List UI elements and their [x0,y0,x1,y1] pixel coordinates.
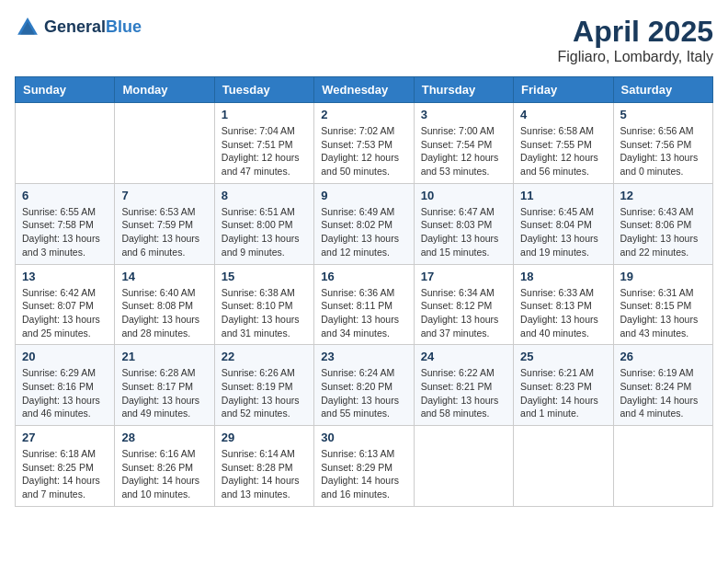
day-info: Sunrise: 6:18 AMSunset: 8:25 PMDaylight:… [22,447,108,501]
day-number: 29 [222,431,307,444]
day-info: Sunrise: 6:58 AMSunset: 7:55 PMDaylight:… [520,124,606,178]
calendar-cell: 4Sunrise: 6:58 AMSunset: 7:55 PMDaylight… [514,103,613,184]
day-info: Sunrise: 6:13 AMSunset: 8:29 PMDaylight:… [321,447,406,501]
day-info: Sunrise: 6:36 AMSunset: 8:11 PMDaylight:… [321,286,406,340]
day-info: Sunrise: 7:04 AMSunset: 7:51 PMDaylight:… [222,124,307,178]
day-number: 6 [22,189,108,202]
logo: GeneralBlue [15,15,142,40]
calendar-cell: 29Sunrise: 6:14 AMSunset: 8:28 PMDayligh… [214,426,313,507]
day-number: 20 [22,350,108,363]
calendar-week-row: 1Sunrise: 7:04 AMSunset: 7:51 PMDaylight… [16,103,713,184]
day-of-week-header: Wednesday [314,77,414,103]
logo-icon [15,15,40,40]
day-of-week-header: Tuesday [214,77,313,103]
calendar-cell: 10Sunrise: 6:47 AMSunset: 8:03 PMDayligh… [414,183,513,264]
calendar-cell: 8Sunrise: 6:51 AMSunset: 8:00 PMDaylight… [214,183,313,264]
calendar-cell: 1Sunrise: 7:04 AMSunset: 7:51 PMDaylight… [214,103,313,184]
day-number: 2 [321,108,406,121]
calendar-cell: 24Sunrise: 6:22 AMSunset: 8:21 PMDayligh… [414,345,513,426]
logo-general: General [44,17,106,36]
day-number: 18 [520,270,606,283]
calendar-cell: 23Sunrise: 6:24 AMSunset: 8:20 PMDayligh… [314,345,414,426]
day-info: Sunrise: 6:38 AMSunset: 8:10 PMDaylight:… [222,286,307,340]
day-of-week-header: Monday [115,77,214,103]
day-info: Sunrise: 6:16 AMSunset: 8:26 PMDaylight:… [121,447,207,501]
calendar-cell [613,426,712,507]
day-info: Sunrise: 6:43 AMSunset: 8:06 PMDaylight:… [620,205,706,259]
calendar-table: SundayMondayTuesdayWednesdayThursdayFrid… [15,76,713,507]
day-info: Sunrise: 6:22 AMSunset: 8:21 PMDaylight:… [421,366,506,420]
day-number: 1 [222,108,307,121]
day-info: Sunrise: 6:55 AMSunset: 7:58 PMDaylight:… [22,205,108,259]
day-info: Sunrise: 6:45 AMSunset: 8:04 PMDaylight:… [520,205,606,259]
day-number: 7 [121,189,207,202]
day-of-week-header: Thursday [414,77,513,103]
calendar-cell: 22Sunrise: 6:26 AMSunset: 8:19 PMDayligh… [214,345,313,426]
calendar-cell: 30Sunrise: 6:13 AMSunset: 8:29 PMDayligh… [314,426,414,507]
day-number: 15 [222,270,307,283]
location-title: Figliaro, Lombardy, Italy [557,49,713,65]
day-info: Sunrise: 6:49 AMSunset: 8:02 PMDaylight:… [321,205,406,259]
calendar-cell [115,103,214,184]
day-number: 22 [222,350,307,363]
calendar-cell: 20Sunrise: 6:29 AMSunset: 8:16 PMDayligh… [16,345,115,426]
day-info: Sunrise: 6:26 AMSunset: 8:19 PMDaylight:… [222,366,307,420]
day-number: 16 [321,270,406,283]
logo-blue: Blue [106,17,142,36]
day-number: 3 [421,108,506,121]
calendar-cell: 2Sunrise: 7:02 AMSunset: 7:53 PMDaylight… [314,103,414,184]
day-info: Sunrise: 6:14 AMSunset: 8:28 PMDaylight:… [222,447,307,501]
calendar-cell: 15Sunrise: 6:38 AMSunset: 8:10 PMDayligh… [214,264,313,345]
day-number: 4 [520,108,606,121]
calendar-cell: 3Sunrise: 7:00 AMSunset: 7:54 PMDaylight… [414,103,513,184]
day-number: 8 [222,189,307,202]
day-info: Sunrise: 7:00 AMSunset: 7:54 PMDaylight:… [421,124,506,178]
calendar-cell: 6Sunrise: 6:55 AMSunset: 7:58 PMDaylight… [16,183,115,264]
calendar-header-row: SundayMondayTuesdayWednesdayThursdayFrid… [16,77,713,103]
day-info: Sunrise: 6:42 AMSunset: 8:07 PMDaylight:… [22,286,108,340]
calendar-cell: 14Sunrise: 6:40 AMSunset: 8:08 PMDayligh… [115,264,214,345]
day-info: Sunrise: 6:47 AMSunset: 8:03 PMDaylight:… [421,205,506,259]
calendar-week-row: 20Sunrise: 6:29 AMSunset: 8:16 PMDayligh… [16,345,713,426]
calendar-cell: 13Sunrise: 6:42 AMSunset: 8:07 PMDayligh… [16,264,115,345]
day-info: Sunrise: 6:28 AMSunset: 8:17 PMDaylight:… [121,366,207,420]
day-number: 21 [121,350,207,363]
calendar-week-row: 6Sunrise: 6:55 AMSunset: 7:58 PMDaylight… [16,183,713,264]
day-number: 23 [321,350,406,363]
calendar-cell [16,103,115,184]
page-header: GeneralBlue April 2025 Figliaro, Lombard… [15,15,713,65]
day-info: Sunrise: 6:33 AMSunset: 8:13 PMDaylight:… [520,286,606,340]
calendar-cell: 16Sunrise: 6:36 AMSunset: 8:11 PMDayligh… [314,264,414,345]
calendar-cell: 11Sunrise: 6:45 AMSunset: 8:04 PMDayligh… [514,183,613,264]
day-number: 5 [620,108,706,121]
day-number: 11 [520,189,606,202]
day-info: Sunrise: 6:53 AMSunset: 7:59 PMDaylight:… [121,205,207,259]
calendar-week-row: 13Sunrise: 6:42 AMSunset: 8:07 PMDayligh… [16,264,713,345]
calendar-cell: 7Sunrise: 6:53 AMSunset: 7:59 PMDaylight… [115,183,214,264]
day-info: Sunrise: 6:24 AMSunset: 8:20 PMDaylight:… [321,366,406,420]
day-of-week-header: Sunday [16,77,115,103]
calendar-cell: 9Sunrise: 6:49 AMSunset: 8:02 PMDaylight… [314,183,414,264]
day-number: 14 [121,270,207,283]
day-info: Sunrise: 6:56 AMSunset: 7:56 PMDaylight:… [620,124,706,178]
day-info: Sunrise: 6:51 AMSunset: 8:00 PMDaylight:… [222,205,307,259]
calendar-cell: 26Sunrise: 6:19 AMSunset: 8:24 PMDayligh… [613,345,712,426]
calendar-cell: 28Sunrise: 6:16 AMSunset: 8:26 PMDayligh… [115,426,214,507]
day-info: Sunrise: 6:29 AMSunset: 8:16 PMDaylight:… [22,366,108,420]
day-number: 9 [321,189,406,202]
day-info: Sunrise: 6:31 AMSunset: 8:15 PMDaylight:… [620,286,706,340]
day-info: Sunrise: 6:34 AMSunset: 8:12 PMDaylight:… [421,286,506,340]
calendar-cell [414,426,513,507]
day-number: 30 [321,431,406,444]
day-of-week-header: Saturday [613,77,712,103]
day-number: 13 [22,270,108,283]
title-area: April 2025 Figliaro, Lombardy, Italy [557,15,713,65]
day-info: Sunrise: 6:40 AMSunset: 8:08 PMDaylight:… [121,286,207,340]
calendar-cell: 21Sunrise: 6:28 AMSunset: 8:17 PMDayligh… [115,345,214,426]
calendar-cell: 12Sunrise: 6:43 AMSunset: 8:06 PMDayligh… [613,183,712,264]
day-number: 28 [121,431,207,444]
calendar-week-row: 27Sunrise: 6:18 AMSunset: 8:25 PMDayligh… [16,426,713,507]
month-title: April 2025 [557,15,713,49]
day-number: 27 [22,431,108,444]
day-info: Sunrise: 6:19 AMSunset: 8:24 PMDaylight:… [620,366,706,420]
